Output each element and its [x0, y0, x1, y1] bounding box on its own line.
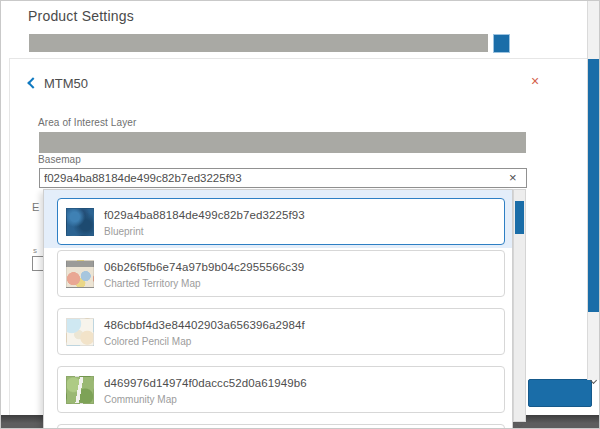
page-title: Product Settings	[28, 8, 134, 24]
basemap-item-name: Blueprint	[104, 226, 305, 238]
basemap-item-thumbnail	[66, 318, 94, 346]
page-scrollbar-thumb[interactable]	[588, 59, 600, 312]
chevron-left-icon	[27, 77, 38, 88]
basemap-dropdown-list: f029a4ba88184de499c82b7ed3225f93 Bluepri…	[57, 198, 505, 429]
primary-action-button[interactable]	[528, 379, 592, 407]
obscured-label-fragment: E	[32, 201, 39, 213]
basemap-item-name: Colored Pencil Map	[104, 336, 305, 348]
header-blue-swatch[interactable]	[493, 34, 510, 53]
header-placeholder-bar	[29, 34, 488, 52]
basemap-item-id: 06b26f5fb6e74a97b9b04c2955566c39	[104, 261, 304, 274]
basemap-list-item[interactable]: f029a4ba88184de499c82b7ed3225f93 Bluepri…	[57, 198, 505, 245]
clear-x-icon[interactable]: ×	[509, 170, 517, 185]
back-navigation[interactable]: MTM50	[29, 75, 88, 91]
product-settings-window: Product Settings MTM50 × Area of Interes…	[0, 0, 600, 429]
page-scrollbar-down-icon[interactable]	[591, 369, 596, 387]
basemap-list-item[interactable]: d469976d14974f0daccc52d0a61949b6 Communi…	[57, 366, 505, 413]
basemap-item-id: 486cbbf4d3e84402903a656396a2984f	[104, 319, 305, 332]
basemap-list-item[interactable]: 486cbbf4d3e84402903a656396a2984f Colored…	[57, 308, 505, 355]
header-divider	[9, 58, 587, 59]
basemap-list-item[interactable]: 06b26f5fb6e74a97b9b04c2955566c39 Charted…	[57, 250, 505, 297]
area-of-interest-label: Area of Interest Layer	[38, 117, 136, 128]
obscured-small-fragment: s	[33, 246, 37, 255]
dropdown-scrollbar-thumb[interactable]	[515, 201, 524, 234]
close-icon[interactable]: ×	[531, 74, 539, 88]
back-label: MTM50	[44, 76, 88, 91]
basemap-item-thumbnail	[66, 376, 94, 404]
basemap-item-thumbnail	[66, 260, 94, 288]
basemap-item-name: Charted Territory Map	[104, 278, 304, 290]
basemap-item-thumbnail	[66, 208, 94, 236]
basemap-item-id: f029a4ba88184de499c82b7ed3225f93	[104, 209, 305, 222]
basemap-item-name: Community Map	[104, 394, 307, 406]
dropdown-scrollbar-down-icon[interactable]	[517, 413, 522, 429]
basemap-label: Basemap	[38, 154, 81, 165]
basemap-list-item-partial[interactable]	[57, 424, 505, 429]
basemap-item-id: d469976d14974f0daccc52d0a61949b6	[104, 377, 307, 390]
panel-left-border	[9, 58, 10, 415]
basemap-input[interactable]	[39, 168, 527, 188]
area-of-interest-placeholder-bar	[39, 132, 526, 153]
basemap-dropdown: f029a4ba88184de499c82b7ed3225f93 Bluepri…	[43, 189, 513, 429]
